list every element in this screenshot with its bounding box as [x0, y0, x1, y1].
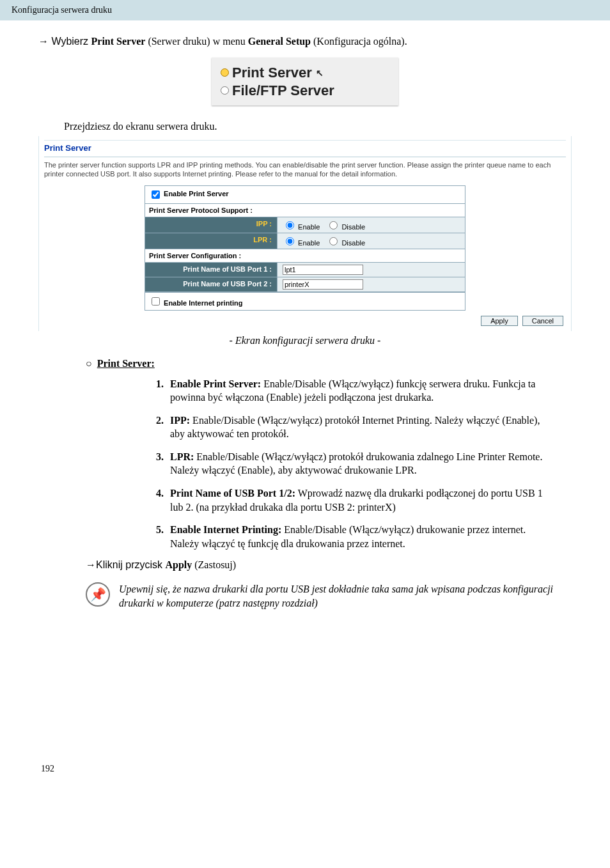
note-text: Upewnij się, że nazwa drukarki dla portu… — [119, 582, 572, 610]
ipp-disable-option[interactable]: Disable — [326, 219, 365, 231]
lpr-enable-radio[interactable] — [286, 237, 294, 245]
ipp-enable-radio[interactable] — [286, 221, 294, 229]
ipp-row: IPP : Enable Disable — [145, 217, 465, 233]
radio-selected-icon — [221, 68, 229, 77]
menu-option-print-server[interactable]: Print Server ↖ — [221, 64, 387, 82]
header-bar: Konfiguracja serwera druku — [0, 0, 610, 20]
configuration-header: Print Server Configuration : — [145, 249, 465, 263]
menu-option-file-ftp[interactable]: File/FTP Server — [221, 82, 387, 100]
ipp-enable-option[interactable]: Enable — [283, 219, 320, 231]
bullet-icon: ○ — [86, 358, 92, 369]
usb2-row: Print Name of USB Port 2 : — [145, 277, 465, 292]
lpr-disable-option[interactable]: Disable — [326, 235, 365, 247]
list-item: Print Name of USB Port 1/2: Wprowadź naz… — [166, 486, 546, 514]
page-number: 192 — [38, 764, 572, 774]
step-select-print-server: → Wybierz Print Server (Serwer druku) w … — [38, 36, 572, 47]
enable-print-server-label: Enable Print Server — [164, 190, 229, 198]
protocol-support-header: Print Server Protocol Support : — [145, 204, 465, 217]
figure-caption: - Ekran konfiguracji serwera druku - — [38, 335, 572, 346]
intro-text: Przejdziesz do ekranu serwera druku. — [64, 121, 572, 132]
lpr-row: LPR : Enable Disable — [145, 233, 465, 249]
usb1-label: Print Name of USB Port 1 : — [145, 263, 278, 277]
breadcrumb: Konfiguracja serwera druku — [12, 5, 112, 15]
config-table: Enable Print Server Print Server Protoco… — [145, 185, 465, 311]
internet-printing-checkbox[interactable] — [152, 297, 160, 306]
arrow-icon: →Kliknij przycisk — [86, 559, 165, 570]
menu-screenshot: Print Server ↖ File/FTP Server — [212, 58, 398, 105]
list-item: LPR: Enable/Disable (Włącz/wyłącz) proto… — [166, 450, 546, 477]
click-apply-step: →Kliknij przycisk Apply (Zastosuj) — [86, 559, 572, 571]
arrow-icon: → Wybierz — [38, 36, 91, 47]
enable-print-server-checkbox[interactable] — [152, 190, 160, 199]
usb2-input[interactable] — [283, 279, 363, 290]
pin-icon: 📌 — [86, 582, 110, 607]
usb1-row: Print Name of USB Port 1 : — [145, 263, 465, 277]
lpr-label: LPR : — [145, 233, 278, 249]
description-list: Enable Print Server: Enable/Disable (Włą… — [166, 377, 572, 551]
lpr-enable-option[interactable]: Enable — [283, 235, 320, 247]
print-server-subhead: ○ Print Server: — [86, 358, 572, 369]
usb1-input[interactable] — [283, 265, 363, 275]
ipp-label: IPP : — [145, 217, 278, 233]
list-item: IPP: Enable/Disable (Włącz/wyłącz) proto… — [166, 414, 546, 441]
panel-title: Print Server — [44, 140, 566, 157]
panel-description: The printer server function supports LPR… — [44, 157, 566, 185]
list-item: Enable Print Server: Enable/Disable (Włą… — [166, 377, 546, 405]
cursor-icon: ↖ — [316, 68, 324, 79]
cancel-button[interactable]: Cancel — [522, 316, 563, 326]
ipp-disable-radio[interactable] — [329, 221, 338, 229]
usb2-label: Print Name of USB Port 2 : — [145, 277, 278, 291]
note-block: 📌 Upewnij się, że nazwa drukarki dla por… — [86, 582, 572, 610]
radio-unselected-icon — [221, 86, 229, 95]
list-item: Enable Internet Printing: Enable/Disable… — [166, 523, 546, 550]
internet-printing-row: Enable Internet printing — [145, 292, 465, 310]
enable-print-server-row: Enable Print Server — [145, 186, 465, 204]
print-server-panel: Print Server The printer server function… — [38, 136, 572, 331]
apply-button[interactable]: Apply — [481, 316, 518, 326]
lpr-disable-radio[interactable] — [329, 237, 338, 245]
internet-printing-label: Enable Internet printing — [164, 299, 242, 307]
